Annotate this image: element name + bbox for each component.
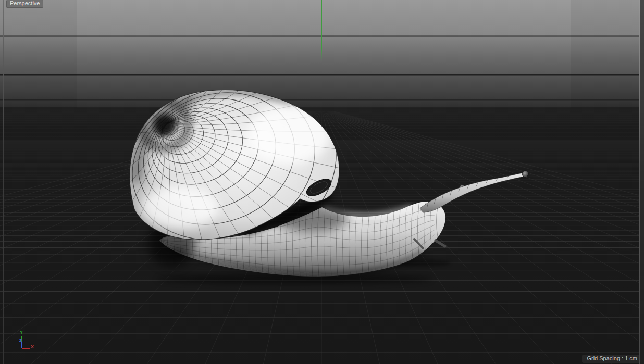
- snail-near-eye: [522, 171, 528, 177]
- viewport-border-left: [3, 0, 4, 364]
- scene-canvas: [0, 0, 644, 364]
- grid-spacing-hud: Grid Spacing : 1 cm: [582, 355, 642, 363]
- world-y-axis-line: [321, 0, 322, 61]
- viewport-edge-strip: [640, 0, 644, 364]
- viewport-3d[interactable]: Perspective Grid Spacing : 1 cm Y Z X: [0, 0, 644, 364]
- gizmo-y-label: Y: [20, 330, 23, 335]
- gizmo-x-axis: [22, 348, 30, 349]
- gizmo-x-label: X: [31, 344, 34, 349]
- axis-gizmo: Y Z X: [15, 329, 42, 353]
- camera-view-label[interactable]: Perspective: [6, 0, 43, 8]
- gizmo-z-axis: [21, 342, 22, 348]
